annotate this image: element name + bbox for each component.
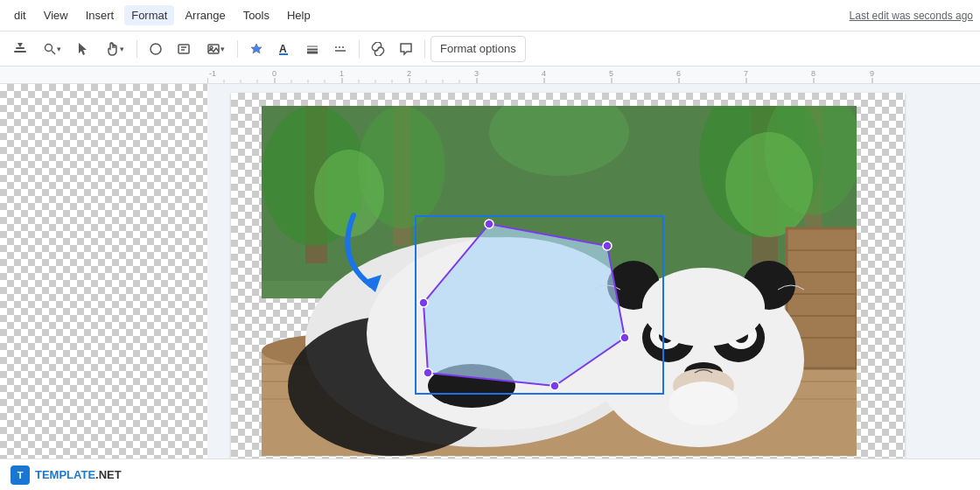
border-color-btn[interactable]: A bbox=[271, 36, 298, 62]
panda-image-container bbox=[262, 106, 857, 456]
svg-text:5: 5 bbox=[609, 69, 613, 78]
ruler-svg: -1 0 1 2 3 4 5 6 7 8 9 bbox=[207, 66, 881, 83]
svg-point-104 bbox=[424, 368, 432, 377]
svg-text:A: A bbox=[279, 43, 287, 55]
svg-point-100 bbox=[485, 220, 494, 228]
fill-color-btn[interactable] bbox=[243, 36, 270, 62]
svg-line-3 bbox=[52, 51, 55, 54]
svg-text:3: 3 bbox=[474, 69, 479, 78]
logo-brand-bold: TEMPLATE bbox=[35, 468, 95, 481]
menu-dit[interactable]: dit bbox=[7, 5, 33, 25]
svg-point-101 bbox=[603, 242, 612, 250]
link-btn[interactable] bbox=[365, 36, 391, 62]
insert-image-tool[interactable]: ▾ bbox=[199, 36, 232, 62]
border-dash-btn[interactable] bbox=[327, 36, 354, 62]
svg-point-105 bbox=[419, 298, 428, 307]
divider-3 bbox=[359, 40, 360, 58]
select-tool[interactable] bbox=[70, 36, 96, 62]
toolbar: ▾ ▾ ▾ bbox=[0, 32, 980, 66]
svg-point-103 bbox=[550, 382, 559, 390]
divider-4 bbox=[424, 40, 425, 58]
logo-text: TEMPLATE.NET bbox=[35, 468, 122, 481]
logo-icon: T bbox=[10, 466, 30, 485]
logo-brand-rest: .NET bbox=[95, 468, 122, 481]
ruler-track: -1 0 1 2 3 4 5 6 7 8 9 bbox=[207, 66, 980, 83]
menu-bar: dit View Insert Format Arrange Tools Hel… bbox=[0, 0, 980, 32]
svg-point-95 bbox=[668, 382, 738, 425]
svg-text:1: 1 bbox=[340, 69, 344, 78]
print-tool[interactable] bbox=[7, 36, 33, 62]
svg-marker-99 bbox=[424, 224, 625, 386]
page-canvas[interactable] bbox=[231, 93, 905, 481]
ruler: -1 0 1 2 3 4 5 6 7 8 9 bbox=[0, 66, 980, 84]
svg-text:7: 7 bbox=[744, 69, 748, 78]
svg-rect-11 bbox=[279, 53, 288, 55]
hand-tool[interactable]: ▾ bbox=[98, 36, 131, 62]
text-box-tool[interactable] bbox=[171, 36, 197, 62]
bottom-bar: T TEMPLATE.NET bbox=[0, 458, 980, 490]
zoom-tool[interactable]: ▾ bbox=[35, 36, 68, 62]
svg-rect-5 bbox=[178, 45, 189, 53]
border-weight-btn[interactable] bbox=[299, 36, 326, 62]
template-logo: T TEMPLATE.NET bbox=[10, 466, 122, 485]
menu-arrange[interactable]: Arrange bbox=[178, 5, 232, 25]
svg-text:8: 8 bbox=[811, 69, 816, 78]
comment-btn[interactable] bbox=[393, 36, 419, 62]
main-area bbox=[0, 84, 980, 490]
svg-text:4: 4 bbox=[542, 69, 546, 78]
divider-1 bbox=[136, 40, 137, 58]
menu-insert[interactable]: Insert bbox=[79, 5, 122, 25]
divider-2 bbox=[237, 40, 238, 58]
svg-rect-0 bbox=[14, 51, 26, 52]
right-margin bbox=[928, 84, 980, 490]
svg-text:6: 6 bbox=[676, 69, 681, 78]
format-options-button[interactable]: Format options bbox=[430, 36, 526, 62]
menu-tools[interactable]: Tools bbox=[236, 5, 276, 25]
svg-point-4 bbox=[150, 44, 161, 54]
shape-tool[interactable] bbox=[143, 36, 169, 62]
menu-format[interactable]: Format bbox=[124, 5, 174, 25]
svg-text:0: 0 bbox=[272, 69, 276, 78]
last-edit-label: Last edit was seconds ago bbox=[850, 10, 973, 22]
polygon-svg bbox=[415, 215, 664, 395]
svg-point-102 bbox=[620, 333, 629, 342]
menu-view[interactable]: View bbox=[37, 5, 75, 25]
svg-point-2 bbox=[45, 44, 52, 51]
svg-text:2: 2 bbox=[407, 69, 411, 78]
document-area bbox=[207, 84, 928, 490]
menu-help[interactable]: Help bbox=[280, 5, 318, 25]
svg-point-64 bbox=[725, 132, 813, 237]
svg-rect-1 bbox=[16, 47, 24, 49]
left-panel bbox=[0, 84, 207, 490]
svg-text:9: 9 bbox=[870, 69, 874, 78]
svg-text:-1: -1 bbox=[209, 69, 216, 78]
